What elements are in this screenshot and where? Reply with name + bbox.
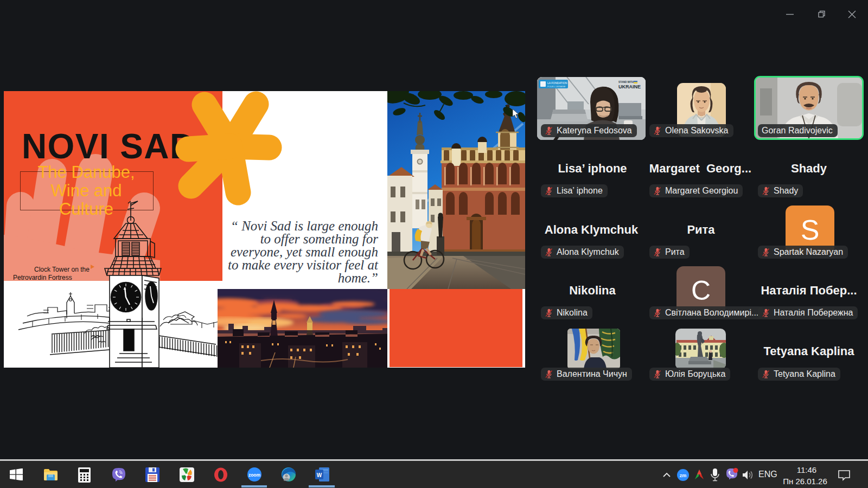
svg-text:POUR L'UKRAINE: POUR L'UKRAINE (547, 85, 566, 88)
svg-text:zm: zm (680, 473, 687, 478)
svg-text:UKRAINE: UKRAINE (618, 84, 641, 89)
svg-text:LA FONDATION: LA FONDATION (547, 81, 567, 85)
svg-text:W: W (317, 472, 322, 478)
svg-text:zoom: zoom (248, 472, 261, 478)
svg-text:STAND WITH: STAND WITH (618, 81, 634, 84)
